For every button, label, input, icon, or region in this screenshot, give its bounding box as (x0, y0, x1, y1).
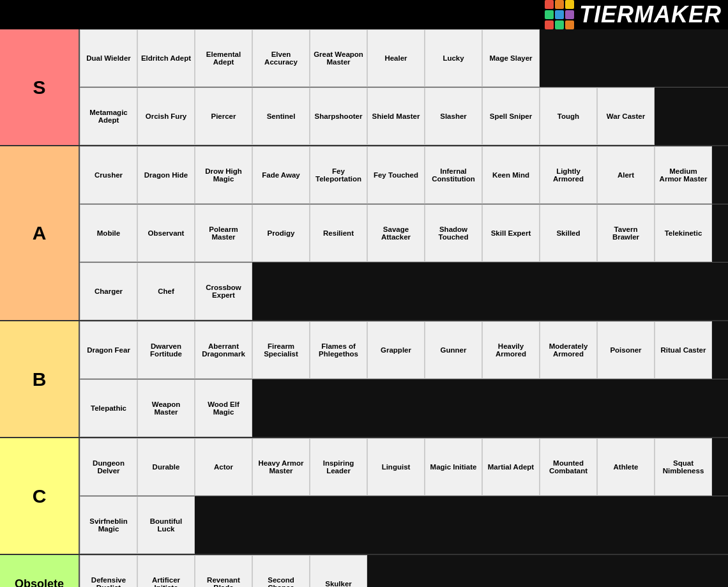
feat-cell[interactable]: Grappler (367, 321, 425, 379)
feat-cell[interactable]: Bountiful Luck (137, 496, 195, 554)
feat-cell[interactable]: Defensive Duelist (80, 555, 137, 587)
feat-cell[interactable]: Firearm Specialist (252, 321, 310, 379)
feat-cell[interactable]: Skulker (310, 555, 367, 587)
feat-cell[interactable]: Alert (597, 146, 655, 204)
feat-cell[interactable]: Healer (367, 29, 425, 87)
feat-cell[interactable]: Dragon Hide (137, 146, 195, 204)
empty-area (712, 321, 728, 379)
header: TiERMAKER (0, 0, 728, 29)
feat-cell[interactable]: Great Weapon Master (310, 29, 367, 87)
empty-area (712, 146, 728, 204)
feat-cell[interactable]: Dwarven Fortitude (137, 321, 195, 379)
feat-cell[interactable]: Eldritch Adept (137, 29, 195, 87)
feat-cell[interactable]: Piercer (195, 88, 252, 145)
feat-cell[interactable]: Polearm Master (195, 204, 252, 262)
tier-b: BDragon FearDwarven FortitudeAberrant Dr… (0, 321, 728, 438)
feat-cell[interactable]: Elemental Adept (195, 29, 252, 87)
feat-cell[interactable]: Moderately Armored (540, 321, 597, 379)
feat-cell[interactable]: Crossbow Expert (195, 263, 252, 320)
logo-dot (545, 0, 554, 9)
feat-cell[interactable]: Skilled (540, 204, 597, 262)
tier-row-a-1: MobileObservantPolearm MasterProdigyResi… (80, 204, 728, 263)
logo-dot (555, 10, 564, 19)
feat-cell[interactable]: Slasher (425, 88, 482, 145)
feat-cell[interactable]: Dragon Fear (80, 321, 137, 379)
tier-items-a: CrusherDragon HideDrow High MagicFade Aw… (80, 146, 728, 320)
feat-cell[interactable]: Squat Nimbleness (655, 438, 712, 496)
feat-cell[interactable]: Magic Initiate (425, 438, 482, 496)
feat-cell[interactable]: Heavy Armor Master (252, 438, 310, 496)
logo-dot (545, 20, 554, 29)
feat-cell[interactable]: Heavily Armored (482, 321, 540, 379)
feat-cell[interactable]: Tough (540, 88, 597, 145)
feat-cell[interactable]: Gunner (425, 321, 482, 379)
feat-cell[interactable]: Durable (137, 438, 195, 496)
tier-items-c: Dungeon DelverDurableActorHeavy Armor Ma… (80, 438, 728, 554)
tier-items-b: Dragon FearDwarven FortitudeAberrant Dra… (80, 321, 728, 437)
feat-cell[interactable]: Ritual Caster (655, 321, 712, 379)
feat-cell[interactable]: Telekinetic (655, 204, 712, 262)
feat-cell[interactable]: Poisoner (597, 321, 655, 379)
feat-cell[interactable]: Weapon Master (137, 379, 195, 437)
feat-cell[interactable]: Fade Away (252, 146, 310, 204)
tier-label-obsolete: Obsolete (0, 555, 80, 587)
logo-dot (565, 10, 574, 19)
feat-cell[interactable]: Martial Adept (482, 438, 540, 496)
feat-cell[interactable]: Flames of Phlegethos (310, 321, 367, 379)
feat-cell[interactable]: Drow High Magic (195, 146, 252, 204)
feat-cell[interactable]: Aberrant Dragonmark (195, 321, 252, 379)
feat-cell[interactable]: Mounted Combatant (540, 438, 597, 496)
feat-cell[interactable]: Wood Elf Magic (195, 379, 252, 437)
feat-cell[interactable]: Shield Master (367, 88, 425, 145)
feat-cell[interactable]: Charger (80, 263, 137, 320)
tier-row-c-0: Dungeon DelverDurableActorHeavy Armor Ma… (80, 438, 728, 496)
feat-cell[interactable]: Inspiring Leader (310, 438, 367, 496)
feat-cell[interactable]: War Caster (597, 88, 655, 145)
feat-cell[interactable]: Observant (137, 204, 195, 262)
feat-cell[interactable]: Sentinel (252, 88, 310, 145)
feat-cell[interactable]: Revenant Blade (195, 555, 252, 587)
feat-cell[interactable]: Medium Armor Master (655, 146, 712, 204)
feat-cell[interactable]: Linguist (367, 438, 425, 496)
feat-cell[interactable]: Skill Expert (482, 204, 540, 262)
feat-cell[interactable]: Shadow Touched (425, 204, 482, 262)
feat-cell[interactable]: Actor (195, 438, 252, 496)
feat-cell[interactable]: Lightly Armored (540, 146, 597, 204)
logo-dot (555, 0, 564, 9)
feat-cell[interactable]: Mobile (80, 204, 137, 262)
feat-cell[interactable]: Chef (137, 263, 195, 320)
feat-cell[interactable]: Metamagic Adept (80, 88, 137, 145)
feat-cell[interactable]: Svirfneblin Magic (80, 496, 137, 554)
feat-cell[interactable]: Fey Teleportation (310, 146, 367, 204)
feat-cell[interactable]: Resilient (310, 204, 367, 262)
feat-cell[interactable]: Second Chance (252, 555, 310, 587)
feat-cell[interactable]: Telepathic (80, 379, 137, 437)
logo-text: TiERMAKER (579, 1, 722, 28)
tiermaker-app: TiERMAKER SDual WielderEldritch AdeptEle… (0, 0, 728, 587)
logo-dot (565, 0, 574, 9)
empty-area (712, 438, 728, 496)
tier-c: CDungeon DelverDurableActorHeavy Armor M… (0, 438, 728, 555)
feat-cell[interactable]: Prodigy (252, 204, 310, 262)
feat-cell[interactable]: Elven Accuracy (252, 29, 310, 87)
feat-cell[interactable]: Fey Touched (367, 146, 425, 204)
feat-cell[interactable]: Savage Attacker (367, 204, 425, 262)
tier-obsolete: ObsoleteDefensive DuelistArtificer Initi… (0, 555, 728, 587)
empty-area (252, 263, 728, 320)
feat-cell[interactable]: Spell Sniper (482, 88, 540, 145)
feat-cell[interactable]: Orcish Fury (137, 88, 195, 145)
feat-cell[interactable]: Lucky (425, 29, 482, 87)
feat-cell[interactable]: Sharpshooter (310, 88, 367, 145)
tier-row-s-0: Dual WielderEldritch AdeptElemental Adep… (80, 29, 728, 88)
feat-cell[interactable]: Tavern Brawler (597, 204, 655, 262)
feat-cell[interactable]: Dungeon Delver (80, 438, 137, 496)
feat-cell[interactable]: Dual Wielder (80, 29, 137, 87)
feat-cell[interactable]: Keen Mind (482, 146, 540, 204)
tier-row-b-0: Dragon FearDwarven FortitudeAberrant Dra… (80, 321, 728, 379)
feat-cell[interactable]: Athlete (597, 438, 655, 496)
feat-cell[interactable]: Infernal Constitution (425, 146, 482, 204)
feat-cell[interactable]: Mage Slayer (482, 29, 540, 87)
feat-cell[interactable]: Crusher (80, 146, 137, 204)
tier-row-s-1: Metamagic AdeptOrcish FuryPiercerSentine… (80, 88, 728, 145)
feat-cell[interactable]: Artificer Initiate (137, 555, 195, 587)
